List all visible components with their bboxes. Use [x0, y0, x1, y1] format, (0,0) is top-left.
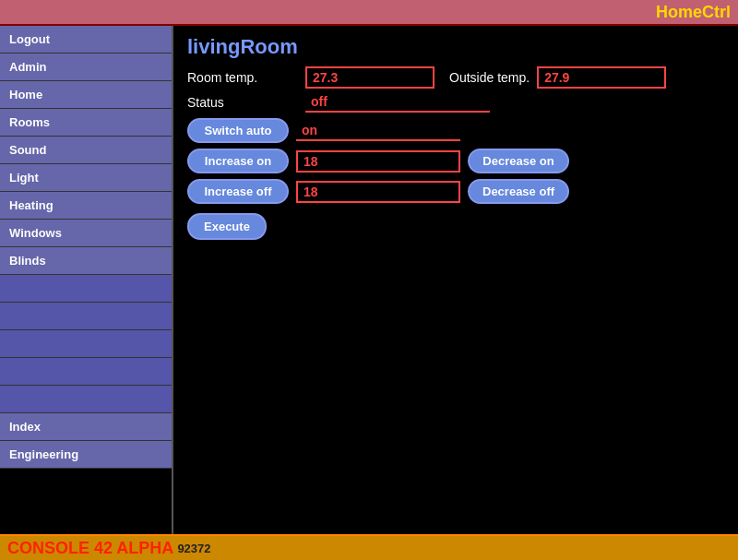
- outside-temp-label: Outside temp.: [449, 70, 530, 85]
- sidebar-item-engineering[interactable]: Engineering: [0, 441, 172, 469]
- sidebar-spacer-4: [0, 358, 172, 386]
- sidebar-item-home[interactable]: Home: [0, 81, 172, 109]
- increase-off-button[interactable]: Increase off: [187, 179, 289, 204]
- sidebar-item-rooms[interactable]: Rooms: [0, 109, 172, 137]
- decrease-on-button[interactable]: Decrease on: [468, 149, 569, 173]
- main-layout: Logout Admin Home Rooms Sound Light Heat…: [0, 26, 738, 534]
- sidebar-item-logout[interactable]: Logout: [0, 26, 172, 54]
- sidebar-item-blinds[interactable]: Blinds: [0, 247, 172, 275]
- temp-row: Room temp. 27.3 Outside temp. 27.9: [187, 66, 724, 89]
- sidebar-item-sound[interactable]: Sound: [0, 137, 172, 164]
- increase-off-value: 18: [296, 181, 460, 203]
- outside-temp-value: 27.9: [537, 66, 666, 89]
- switch-auto-button[interactable]: Switch auto: [187, 118, 289, 143]
- sidebar-spacer-1: [0, 275, 172, 303]
- status-label: Status: [187, 95, 298, 110]
- bottom-bar: CONSOLE 42 ALPHA 92372: [0, 534, 738, 560]
- increase-on-value: 18: [296, 150, 460, 173]
- top-bar: HomeCtrl: [0, 0, 738, 26]
- sidebar-item-light[interactable]: Light: [0, 164, 172, 192]
- execute-button[interactable]: Execute: [187, 213, 267, 240]
- sidebar-spacer-3: [0, 330, 172, 358]
- console-version: 92372: [177, 542, 210, 555]
- switch-auto-row: Switch auto on: [187, 118, 724, 143]
- content-area: livingRoom Room temp. 27.3 Outside temp.…: [173, 26, 738, 534]
- status-row: Status off: [187, 92, 724, 113]
- sidebar: Logout Admin Home Rooms Sound Light Heat…: [0, 26, 173, 534]
- app-title: HomeCtrl: [656, 3, 731, 22]
- increase-on-row: Increase on 18 Decrease on: [187, 149, 724, 173]
- increase-off-row: Increase off 18 Decrease off: [187, 179, 724, 204]
- status-value: off: [305, 92, 490, 113]
- sidebar-item-windows[interactable]: Windows: [0, 220, 172, 247]
- decrease-off-button[interactable]: Decrease off: [468, 179, 569, 204]
- page-title: livingRoom: [187, 35, 724, 59]
- room-temp-label: Room temp.: [187, 70, 298, 85]
- execute-row: Execute: [187, 209, 724, 240]
- increase-on-button[interactable]: Increase on: [187, 149, 289, 173]
- console-text: CONSOLE 42 ALPHA: [7, 539, 173, 558]
- sidebar-item-heating[interactable]: Heating: [0, 192, 172, 220]
- sidebar-item-admin[interactable]: Admin: [0, 54, 172, 81]
- sidebar-spacer-2: [0, 303, 172, 330]
- switch-auto-value: on: [296, 121, 460, 141]
- room-temp-value: 27.3: [305, 66, 434, 89]
- sidebar-item-index[interactable]: Index: [0, 413, 172, 441]
- sidebar-spacer-5: [0, 386, 172, 413]
